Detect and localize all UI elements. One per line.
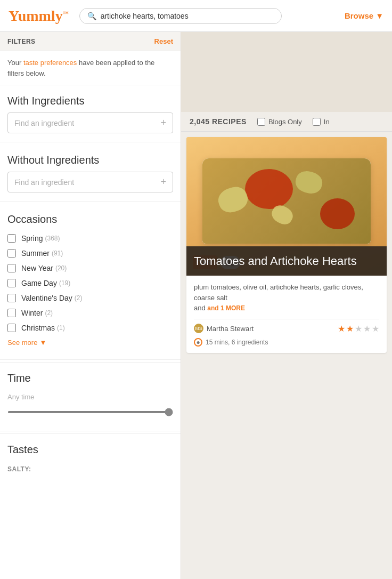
artichoke-2: [293, 168, 325, 196]
chevron-down-icon: ▼: [39, 339, 46, 347]
occasion-count: (20): [55, 264, 67, 272]
divider-1: [0, 142, 181, 142]
occasion-checkbox-1[interactable]: [7, 249, 16, 258]
divider-2: [0, 201, 181, 202]
occasion-checkbox-2[interactable]: [7, 264, 16, 272]
without-ingredients-input-wrap[interactable]: Find an ingredient +: [7, 172, 173, 192]
browse-button[interactable]: Browse ▼: [345, 11, 383, 20]
recipe-meta: MS Martha Stewart ★★★★★: [194, 319, 379, 334]
salty-label: SALTY:: [0, 461, 181, 474]
and-more-prefix: and: [194, 304, 207, 312]
tomato-1: [245, 169, 293, 209]
without-ingredients-placeholder: Find an ingredient: [14, 178, 160, 187]
star-icon: ★: [338, 324, 345, 334]
occasion-checkbox-0[interactable]: [7, 234, 16, 243]
more-link[interactable]: and 1 MORE: [207, 304, 245, 312]
results-bar: 2,045 RECIPES Blogs Only In: [181, 112, 392, 132]
occasion-label: Valentine's Day: [21, 294, 72, 302]
occasion-checkbox-5[interactable]: [7, 309, 16, 317]
time-title: Time: [0, 363, 181, 390]
tomato-2: [320, 198, 355, 229]
time-label: 15 mins, 6 ingredients: [206, 339, 268, 346]
occasion-count: (368): [45, 235, 60, 242]
divider-4: [0, 431, 181, 431]
with-ingredients-add-icon[interactable]: +: [160, 117, 166, 128]
any-time-label: Any time: [0, 390, 181, 404]
see-more-button[interactable]: See more ▼: [0, 335, 181, 352]
reset-button[interactable]: Reset: [154, 37, 173, 45]
occasions-title: Occasions: [0, 204, 181, 231]
occasion-count: (19): [59, 279, 70, 287]
browse-label: Browse: [345, 11, 373, 20]
recipe-time: ● 15 mins, 6 ingredients: [194, 338, 379, 347]
chevron-down-icon: ▼: [375, 11, 383, 20]
occasion-count: (2): [75, 294, 83, 302]
recipe-title-bar: Tomatoes and Artichoke Hearts: [186, 246, 387, 276]
recipe-image-bg: Yum 98 Tomatoes and Artichoke Hearts: [186, 137, 387, 276]
recipe-body: plum tomatoes, olive oil, artichoke hear…: [186, 276, 387, 353]
clock-icon: ●: [194, 338, 202, 347]
list-item[interactable]: New Year(20): [7, 261, 173, 276]
source-row: MS Martha Stewart: [194, 324, 254, 333]
source-name: Martha Stewart: [207, 325, 254, 333]
star-icon: ★: [355, 324, 362, 334]
blogs-only-checkbox[interactable]: [257, 118, 265, 126]
in-filter[interactable]: In: [313, 118, 330, 126]
occasions-list: Spring(368) Summer(91) New Year(20) Game…: [0, 231, 181, 335]
occasion-label: Spring: [21, 234, 43, 243]
in-label: In: [324, 118, 330, 126]
with-ingredients-input-wrap[interactable]: Find an ingredient +: [7, 112, 173, 133]
in-checkbox[interactable]: [313, 118, 321, 126]
recipe-ingredients-text: plum tomatoes, olive oil, artichoke hear…: [194, 282, 379, 313]
see-more-label: See more: [7, 339, 37, 347]
tastes-section: Tastes SALTY:: [0, 433, 181, 474]
sidebar: FILTERS Reset Your taste preferences hav…: [0, 32, 181, 579]
occasion-label: Summer: [21, 249, 50, 258]
occasion-count: (91): [52, 250, 63, 257]
recipe-image-wrap: Yum 98 Tomatoes and Artichoke Hearts: [186, 137, 387, 276]
search-icon: 🔍: [87, 12, 96, 20]
list-item[interactable]: Game Day(19): [7, 276, 173, 291]
star-icon: ★: [372, 324, 379, 334]
time-slider-wrap[interactable]: [0, 404, 181, 420]
blogs-only-filter[interactable]: Blogs Only: [257, 118, 302, 126]
main-layout: FILTERS Reset Your taste preferences hav…: [0, 32, 392, 579]
right-panel: 2,045 RECIPES Blogs Only In: [181, 32, 392, 579]
filters-header: FILTERS Reset: [0, 32, 181, 51]
star-icon: ★: [346, 324, 354, 334]
recipe-card[interactable]: Yum 98 Tomatoes and Artichoke Hearts plu…: [186, 137, 387, 353]
taste-pref-text: Your: [7, 59, 23, 67]
search-input[interactable]: [101, 12, 274, 20]
occasions-section: Occasions Spring(368) Summer(91) New Yea…: [0, 204, 181, 357]
blogs-only-label: Blogs Only: [268, 118, 302, 126]
with-ingredients-title: With Ingredients: [0, 85, 181, 112]
star-rating: ★★★★★: [338, 324, 379, 334]
food-bowl: [202, 158, 371, 244]
occasion-checkbox-3[interactable]: [7, 279, 16, 287]
tastes-title: Tastes: [0, 434, 181, 461]
results-count: 2,045 RECIPES: [190, 117, 247, 126]
with-ingredients-placeholder: Find an ingredient: [14, 119, 160, 127]
list-item[interactable]: Winter(2): [7, 305, 173, 320]
recipe-title: Tomatoes and Artichoke Hearts: [194, 254, 379, 269]
occasion-label: Winter: [21, 309, 43, 317]
list-item[interactable]: Valentine's Day(2): [7, 291, 173, 305]
taste-pref-link[interactable]: taste preferences: [23, 59, 77, 67]
logo: Yummly™: [9, 7, 69, 25]
ingredients-list: plum tomatoes, olive oil, artichoke hear…: [194, 283, 363, 302]
filters-label: FILTERS: [7, 38, 36, 45]
list-item[interactable]: Christmas(1): [7, 320, 173, 335]
top-banner: [181, 32, 392, 112]
list-item[interactable]: Spring(368): [7, 231, 173, 246]
search-bar[interactable]: 🔍: [79, 8, 282, 24]
occasion-label: Game Day: [21, 279, 57, 287]
logo-text: Yummly: [9, 7, 63, 24]
occasion-count: (1): [57, 324, 65, 332]
time-slider[interactable]: [7, 411, 173, 413]
header: Yummly™ 🔍 Browse ▼: [0, 0, 392, 32]
list-item[interactable]: Summer(91): [7, 246, 173, 261]
occasion-checkbox-6[interactable]: [7, 324, 16, 332]
occasion-checkbox-4[interactable]: [7, 294, 16, 302]
divider-3: [0, 359, 181, 360]
without-ingredients-add-icon[interactable]: +: [160, 176, 166, 188]
